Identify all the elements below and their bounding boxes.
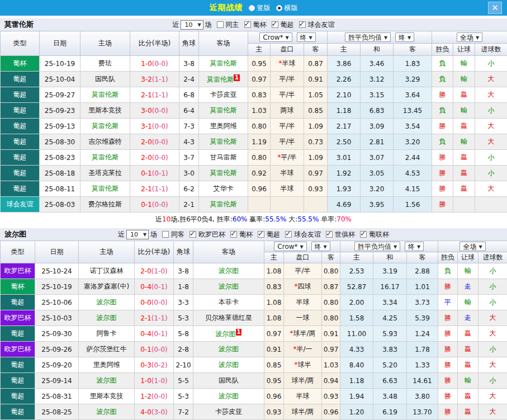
avg-lose-cell: 3.80: [407, 389, 438, 404]
league-filter-checkbox[interactable]: [299, 21, 306, 28]
away-team-cell: 莫雷伦斯: [199, 134, 248, 150]
fulltime-dropdown[interactable]: 全场▼: [459, 242, 485, 251]
fulltime-score: 0-4: [140, 330, 151, 338]
home-team-cell: 波尔图: [79, 373, 135, 389]
halftime-score: (0-1): [151, 330, 168, 338]
match-row: 葡超25-08-18圣塔克莱拉0-1(0-1)3-0莫雷伦斯0.92半球0.97…: [1, 166, 507, 181]
avg-dropdown[interactable]: 胜平负均值▼: [354, 242, 400, 251]
chevron-down-icon: ▼: [143, 230, 146, 239]
avg-final-dropdown-label: 终: [399, 34, 405, 41]
active-team-link: 波尔图: [97, 376, 117, 384]
league-filter-checkbox[interactable]: [230, 231, 237, 238]
home-team-cell: 莫雷伦斯: [80, 150, 130, 166]
bookmaker-dropdown[interactable]: Crow*▼: [274, 242, 306, 251]
result-handicap-cell: 贏: [453, 166, 475, 181]
recent-count-select[interactable]: 10▼: [126, 230, 149, 239]
result-handicap-cell: 輸: [453, 103, 475, 119]
col-corner: 角球: [179, 31, 199, 56]
avg-lose-cell: 13.45: [394, 103, 432, 119]
fulltime-score: 0-4: [140, 283, 151, 291]
league-cell: 葡超: [1, 72, 40, 87]
home-team-cell: 塞洛罗森塞(中): [79, 279, 135, 295]
result-wdl-cell: 負: [432, 134, 453, 150]
home-team-cell: 波尔图: [79, 310, 135, 326]
halftime-score: (0-1): [152, 169, 168, 177]
result-goals-cell: 大: [475, 72, 507, 87]
radio-vertical[interactable]: [249, 5, 255, 11]
league-filter-checkbox[interactable]: [326, 231, 333, 238]
chevron-down-icon: ▼: [324, 244, 327, 249]
handicap-value: 球半/两: [293, 329, 315, 337]
odds-home-cell: 0.91: [264, 342, 284, 357]
result-handicap-cell: 輸: [453, 56, 475, 72]
result-goals-cell: 小: [475, 56, 507, 72]
final-odds-dropdown[interactable]: 终▼: [311, 242, 330, 251]
same-venue-checkbox[interactable]: [162, 231, 169, 238]
avg-draw-cell: 5.93: [373, 326, 407, 342]
league-cell: 葡超: [1, 404, 35, 420]
odds-home-cell: [248, 197, 271, 213]
result-handicap-cell: 贏: [458, 404, 478, 420]
avg-win-cell: 2.10: [328, 87, 361, 103]
handicap-value: 平/半: [281, 153, 296, 161]
halftime-score: (0-0): [152, 138, 168, 146]
recent-count-select[interactable]: 10▼: [181, 20, 203, 30]
fulltime-score: 2-0: [141, 138, 152, 146]
result-goals-cell: 小: [478, 295, 507, 310]
league-filter-checkbox[interactable]: [360, 231, 367, 238]
col-score: 比分(半场): [130, 31, 179, 56]
league-cell: 葡超: [1, 295, 35, 310]
handicap-cell: 半球: [271, 166, 304, 181]
odds-home-cell: 0.97: [248, 72, 271, 87]
halftime-score: (1-0): [151, 377, 168, 385]
avg-lose-cell: 1.33: [407, 357, 438, 373]
date-cell: 25-09-27: [40, 87, 80, 103]
fulltime-dropdown[interactable]: 全场▼: [457, 32, 482, 42]
score-cell: 0-4(0-1): [135, 279, 174, 295]
result-wdl-cell: 勝: [432, 166, 453, 181]
bookmaker-dropdown[interactable]: Crow*▼: [259, 32, 292, 42]
radio-horizontal-label: 横版: [285, 3, 298, 13]
match-row: 葡超25-08-11莫雷伦斯2-1(1-1)6-2艾华卡0.96半球0.931.…: [1, 181, 507, 197]
away-team-cell: 波尔图: [193, 357, 264, 373]
avg-draw-cell: 3.95: [361, 197, 394, 213]
bookmaker-dropdown-label: Crow*: [277, 243, 297, 251]
score-cell: 2-1(1-1): [130, 181, 179, 197]
league-filter-checkbox[interactable]: [272, 21, 278, 28]
result-handicap-cell: 輸: [453, 72, 475, 87]
score-cell: 0-1(0-0): [130, 197, 179, 213]
handicap-value: 一球: [296, 314, 310, 322]
league-filter-checkbox[interactable]: [189, 231, 196, 238]
avg-final-dropdown[interactable]: 终▼: [405, 242, 424, 251]
avg-final-dropdown[interactable]: 终▼: [395, 32, 414, 42]
result-wdl-cell: 勝: [438, 373, 458, 389]
avg-draw-cell: 16.17: [373, 279, 407, 295]
league-filter-checkbox[interactable]: [244, 21, 251, 28]
corners-cell: 3-8: [179, 56, 199, 72]
avg-lose-cell: 4.53: [394, 166, 432, 181]
result-goals-cell: 大: [478, 310, 507, 326]
avg-win-cell: 3.01: [328, 150, 361, 166]
odds-away-cell: 0.87: [304, 56, 328, 72]
away-team-cell: 波尔图: [193, 279, 264, 295]
league-filter-label: 葡杯: [239, 230, 253, 239]
close-icon[interactable]: ✕: [488, 2, 502, 14]
away-team-cell: 莫雷伦斯1: [199, 72, 248, 87]
match-row: 葡超25-09-20里奥阿维0-3(0-2)2-10波尔图0.85*球半1.03…: [1, 357, 507, 373]
avg-dropdown[interactable]: 胜平负均值▼: [345, 32, 391, 42]
subcol-result-handicap: 让球: [458, 252, 478, 263]
radio-horizontal[interactable]: [276, 5, 282, 11]
corners-cell: 1-8: [174, 279, 193, 295]
final-odds-dropdown[interactable]: 终▼: [297, 32, 316, 42]
league-cell: 欧罗巴杯: [1, 263, 35, 279]
result-goals-cell: 小: [475, 166, 507, 181]
chevron-down-icon: ▼: [478, 244, 482, 249]
home-team-cell: 波尔图: [79, 295, 135, 310]
date-cell: 25-10-04: [40, 72, 80, 87]
league-filter-checkbox[interactable]: [258, 231, 264, 238]
league-filter-checkbox[interactable]: [285, 231, 292, 238]
away-team-cell: 波尔图: [193, 263, 264, 279]
league-cell: 葡超: [1, 134, 40, 150]
same-venue-checkbox[interactable]: [217, 21, 224, 28]
active-team-link: 莫雷伦斯: [210, 59, 237, 67]
